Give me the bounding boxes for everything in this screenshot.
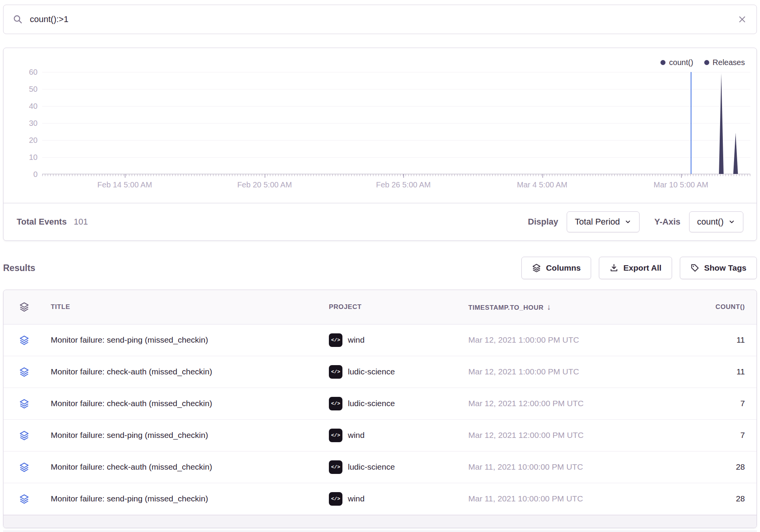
- chart-plot[interactable]: [42, 72, 750, 174]
- show-tags-button-label: Show Tags: [704, 263, 746, 273]
- event-title[interactable]: Monitor failure: check-auth (missed_chec…: [51, 462, 329, 472]
- table-body: Monitor failure: send-ping (missed_check…: [3, 324, 757, 515]
- project-cell[interactable]: </> wind: [329, 429, 468, 442]
- project-platform-icon: </>: [329, 460, 342, 474]
- y-axis-tick-label: 60: [29, 68, 38, 77]
- column-header-project[interactable]: PROJECT: [329, 303, 468, 311]
- x-axis-tick-label: Feb 14 5:00 AM: [97, 180, 152, 189]
- legend-label: count(): [669, 58, 693, 67]
- x-axis-tick-label: Feb 26 5:00 AM: [376, 180, 431, 189]
- chart-x-axis: Feb 14 5:00 AMFeb 20 5:00 AMFeb 26 5:00 …: [42, 174, 750, 194]
- clear-search-icon[interactable]: [737, 14, 747, 24]
- legend-item-count[interactable]: count(): [660, 58, 693, 67]
- display-dropdown-value: Total Period: [575, 217, 620, 227]
- export-all-button-label: Export All: [623, 263, 661, 273]
- event-count: 11: [662, 335, 745, 345]
- export-all-button[interactable]: Export All: [599, 257, 672, 279]
- project-name: ludic-science: [348, 399, 395, 408]
- y-axis-tick-label: 40: [29, 102, 38, 111]
- event-count: 11: [662, 367, 745, 376]
- legend-item-releases[interactable]: Releases: [704, 58, 745, 67]
- event-timestamp: Mar 12, 2021 1:00:00 PM UTC: [468, 335, 662, 345]
- project-name: ludic-science: [348, 367, 395, 376]
- chart-panel: count() Releases 6050403020100 Feb 14 5:…: [3, 48, 757, 241]
- table-row[interactable]: Monitor failure: send-ping (missed_check…: [3, 420, 757, 451]
- display-label: Display: [528, 217, 558, 227]
- stack-icon: [19, 335, 29, 345]
- total-events-label: Total Events: [17, 217, 67, 227]
- y-axis-tick-label: 50: [29, 85, 38, 94]
- event-title[interactable]: Monitor failure: check-auth (missed_chec…: [51, 367, 329, 376]
- project-name: wind: [348, 431, 365, 440]
- stack-icon: [19, 302, 29, 312]
- project-platform-icon: </>: [329, 333, 342, 347]
- y-axis-tick-label: 10: [29, 153, 38, 162]
- event-count: 7: [662, 399, 745, 408]
- stack-icon: [19, 398, 29, 409]
- chevron-down-icon: [624, 218, 631, 225]
- table-footer-strip: [3, 515, 757, 528]
- event-timestamp: Mar 12, 2021 12:00:00 PM UTC: [468, 399, 662, 408]
- event-timestamp: Mar 11, 2021 10:00:00 PM UTC: [468, 494, 662, 503]
- project-name: wind: [348, 494, 365, 503]
- table-row[interactable]: Monitor failure: check-auth (missed_chec…: [3, 451, 757, 483]
- chart-footer: Total Events 101 Display Total Period Y-…: [3, 203, 757, 240]
- gridline: [42, 123, 750, 124]
- chevron-down-icon: [728, 218, 735, 225]
- y-axis-dropdown-value: count(): [697, 217, 724, 227]
- show-tags-button[interactable]: Show Tags: [680, 257, 757, 279]
- count-series-spike: [733, 133, 738, 174]
- release-marker-line[interactable]: [691, 72, 691, 174]
- columns-button-label: Columns: [546, 263, 581, 273]
- column-header-title[interactable]: TITLE: [51, 303, 329, 311]
- event-title[interactable]: Monitor failure: send-ping (missed_check…: [51, 431, 329, 440]
- results-title: Results: [3, 263, 35, 273]
- gridline: [42, 140, 750, 141]
- table-row[interactable]: Monitor failure: check-auth (missed_chec…: [3, 356, 757, 388]
- results-actions: Columns Export All Show Tags: [521, 257, 757, 279]
- search-input[interactable]: count():>1: [30, 14, 737, 24]
- releases-legend-dot-icon: [704, 60, 709, 65]
- event-timestamp: Mar 12, 2021 1:00:00 PM UTC: [468, 367, 662, 376]
- event-timestamp: Mar 12, 2021 12:00:00 PM UTC: [468, 431, 662, 440]
- project-cell[interactable]: </> wind: [329, 333, 468, 347]
- table-header-row: TITLE PROJECT TIMESTAMP.TO_HOUR↓ COUNT(): [3, 290, 757, 324]
- event-title[interactable]: Monitor failure: send-ping (missed_check…: [51, 494, 329, 503]
- table-row[interactable]: Monitor failure: check-auth (missed_chec…: [3, 388, 757, 420]
- display-dropdown[interactable]: Total Period: [567, 211, 640, 232]
- table-row[interactable]: Monitor failure: send-ping (missed_check…: [3, 324, 757, 356]
- project-cell[interactable]: </> ludic-science: [329, 460, 468, 474]
- project-platform-icon: </>: [329, 397, 342, 410]
- project-cell[interactable]: </> ludic-science: [329, 397, 468, 410]
- search-bar[interactable]: count():>1: [3, 5, 757, 34]
- project-platform-icon: </>: [329, 365, 342, 379]
- table-row[interactable]: Monitor failure: send-ping (missed_check…: [3, 483, 757, 515]
- stack-icon: [19, 462, 29, 472]
- search-icon: [13, 14, 23, 24]
- event-title[interactable]: Monitor failure: send-ping (missed_check…: [51, 335, 329, 345]
- column-header-count[interactable]: COUNT(): [662, 303, 745, 311]
- results-table: TITLE PROJECT TIMESTAMP.TO_HOUR↓ COUNT()…: [3, 290, 757, 528]
- x-axis-tick-label: Feb 20 5:00 AM: [237, 180, 292, 189]
- download-icon: [609, 263, 619, 273]
- event-title[interactable]: Monitor failure: check-auth (missed_chec…: [51, 399, 329, 408]
- column-header-timestamp[interactable]: TIMESTAMP.TO_HOUR↓: [468, 302, 662, 312]
- y-axis-dropdown[interactable]: count(): [689, 211, 743, 232]
- y-axis-tick-label: 30: [29, 119, 38, 128]
- project-cell[interactable]: </> ludic-science: [329, 365, 468, 379]
- sort-desc-icon: ↓: [547, 302, 551, 311]
- results-header-row: Results Columns Export All Show Tags: [3, 256, 757, 280]
- chart-area: count() Releases 6050403020100 Feb 14 5:…: [3, 48, 757, 203]
- tag-icon: [690, 263, 700, 273]
- project-cell[interactable]: </> wind: [329, 492, 468, 506]
- stack-icon: [19, 430, 29, 441]
- stack-icon: [19, 494, 29, 504]
- x-axis-tick-label: Mar 4 5:00 AM: [517, 180, 567, 189]
- gridline: [42, 106, 750, 106]
- columns-button[interactable]: Columns: [521, 257, 591, 279]
- gridline: [42, 89, 750, 89]
- y-axis-tick-label: 20: [29, 136, 38, 145]
- project-platform-icon: </>: [329, 492, 342, 506]
- chart-y-axis: 6050403020100: [3, 72, 42, 174]
- legend-label: Releases: [713, 58, 745, 67]
